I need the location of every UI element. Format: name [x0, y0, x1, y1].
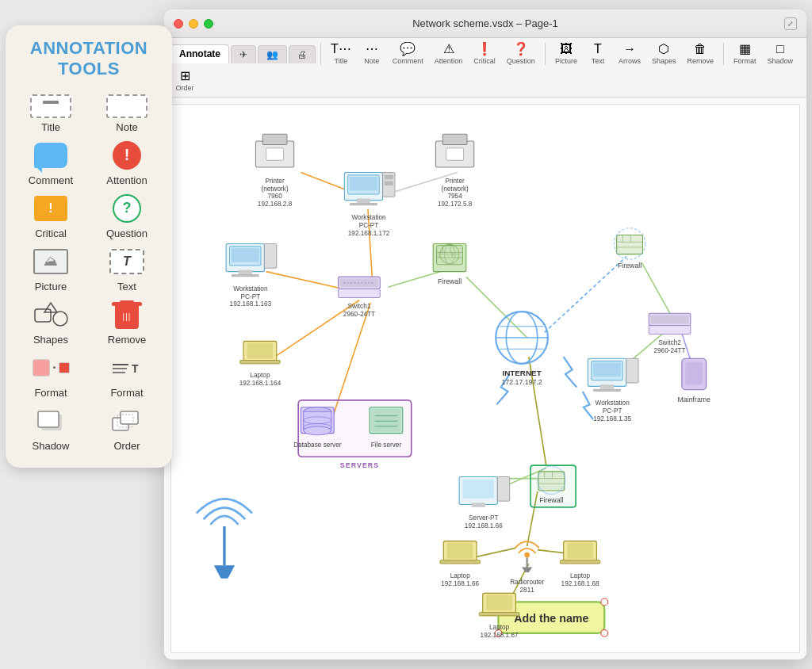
svg-text:Server-PT: Server-PT	[469, 514, 498, 522]
svg-line-16	[275, 300, 359, 357]
tool-order[interactable]: Order	[93, 405, 161, 452]
svg-line-26	[477, 548, 515, 556]
toolbar-btn-critical[interactable]: ❗ Critical	[469, 41, 500, 67]
svg-point-133	[304, 426, 331, 435]
toolbar-shapes-icon: ⬡	[658, 43, 669, 55]
svg-point-38	[601, 629, 608, 637]
maximize-button[interactable]	[204, 19, 213, 29]
svg-text:2960-24TT: 2960-24TT	[343, 311, 375, 318]
toolbar-btn-shadow[interactable]: □ Shadow	[762, 41, 798, 67]
svg-text:Workstation: Workstation	[596, 400, 630, 407]
tab-pin[interactable]: ✈	[231, 45, 256, 63]
toolbar-question-label: Question	[507, 57, 535, 65]
expand-button[interactable]: ⤢	[784, 17, 797, 30]
svg-text:File server: File server	[371, 442, 402, 449]
svg-rect-42	[266, 148, 284, 160]
toolbar-btn-picture[interactable]: 🖼 Picture	[550, 41, 582, 67]
tool-format-color[interactable]: Format	[17, 352, 85, 399]
toolbar-format1-label: Format	[733, 57, 756, 65]
svg-rect-41	[262, 134, 287, 144]
toolbar-text-icon: T	[594, 43, 602, 55]
tool-note[interactable]: Note	[93, 94, 161, 133]
outer-container: ANNOTATIONTOOLS Title	[6, 10, 806, 659]
canvas-inner[interactable]: SERVERS Add the name	[170, 104, 800, 653]
tool-attention[interactable]: ! Attention	[93, 140, 161, 186]
tool-question[interactable]: ? Question	[93, 193, 161, 239]
svg-text:Firewall: Firewall	[618, 262, 642, 270]
svg-rect-125	[240, 360, 280, 363]
svg-text:SERVERS: SERVERS	[340, 461, 379, 469]
toolbar-btn-format1[interactable]: ▦ Format	[729, 41, 761, 67]
svg-text:192.168.1.163: 192.168.1.163	[230, 300, 272, 308]
text-icon: T	[106, 246, 147, 277]
svg-rect-171	[479, 613, 519, 616]
svg-text:Printer: Printer	[265, 178, 284, 185]
annotation-panel: ANNOTATIONTOOLS Title	[6, 25, 172, 468]
toolbar-btn-text[interactable]: T Text	[584, 41, 612, 67]
toolbar-question-icon: ❓	[513, 43, 529, 55]
svg-text:T: T	[132, 362, 139, 375]
picture-tool-label: Picture	[35, 281, 67, 292]
svg-rect-49	[350, 177, 377, 191]
tool-comment[interactable]: Comment	[17, 140, 85, 186]
tool-shapes[interactable]: Shapes	[17, 299, 85, 346]
svg-text:2960-24TT: 2960-24TT	[653, 347, 685, 354]
toolbar-btn-title[interactable]: T⋯ Title	[326, 41, 356, 67]
tools-grid: Title Note	[17, 94, 161, 452]
toolbar-btn-question[interactable]: ❓ Question	[502, 41, 540, 67]
svg-rect-53	[385, 175, 393, 179]
toolbar-btn-comment[interactable]: 💬 Comment	[388, 41, 428, 67]
traffic-lights	[174, 19, 213, 29]
toolbar-btn-shapes[interactable]: ⬡ Shapes	[647, 41, 681, 67]
tab-annotate[interactable]: Annotate	[170, 44, 229, 63]
svg-rect-124	[247, 343, 273, 359]
tool-remove[interactable]: ||| Remove	[93, 299, 161, 346]
close-button[interactable]	[174, 19, 183, 29]
toolbar-remove-label: Remove	[687, 57, 714, 65]
svg-marker-161	[522, 568, 532, 573]
svg-text:Add the name: Add the name	[514, 612, 588, 625]
svg-text:192.168.1.66: 192.168.1.66	[465, 522, 503, 529]
toolbar-remove-icon: 🗑	[694, 43, 707, 55]
toolbar-arrows-label: Arrows	[619, 57, 641, 65]
tab-print[interactable]: 🖨	[289, 45, 316, 63]
svg-text:192.168.1.67: 192.168.1.67	[481, 632, 519, 639]
shadow-icon	[30, 405, 71, 437]
question-icon: ?	[106, 193, 147, 224]
comment-tool-label: Comment	[29, 174, 73, 186]
svg-rect-142	[462, 480, 493, 499]
toolbar-shadow-icon: □	[776, 43, 784, 55]
shapes-tool-label: Shapes	[33, 334, 68, 346]
svg-text:7954: 7954	[447, 193, 462, 200]
svg-text:PC-PT: PC-PT	[359, 222, 379, 229]
shapes-icon	[30, 299, 71, 331]
tool-title[interactable]: Title	[17, 94, 85, 133]
svg-rect-136	[371, 409, 400, 432]
tool-critical[interactable]: ! Critical	[17, 193, 85, 239]
toolbar-btn-order[interactable]: ⊞ Order	[170, 68, 199, 94]
tool-format-text[interactable]: T Format	[93, 352, 161, 399]
panel-title: ANNOTATIONTOOLS	[17, 38, 161, 80]
tool-picture[interactable]: ⛰ Picture	[17, 246, 85, 292]
toolbar-btn-arrows[interactable]: → Arrows	[614, 41, 645, 67]
toolbar-shapes-label: Shapes	[652, 57, 676, 65]
tool-text[interactable]: T Text	[93, 246, 161, 292]
svg-text:192.168.1.164: 192.168.1.164	[239, 380, 282, 387]
minimize-button[interactable]	[189, 19, 198, 29]
svg-rect-114	[600, 384, 615, 388]
svg-text:Laptop: Laptop	[570, 572, 591, 579]
svg-rect-60	[446, 148, 464, 160]
svg-rect-170	[486, 595, 512, 611]
canvas-area[interactable]: SERVERS Add the name	[164, 97, 806, 659]
tool-shadow[interactable]: Shadow	[17, 405, 85, 452]
svg-rect-107	[650, 315, 688, 323]
order-tool-label: Order	[113, 440, 140, 452]
svg-text:192.172.5.8: 192.172.5.8	[438, 201, 473, 208]
toolbar-btn-note[interactable]: ⋯ Note	[358, 41, 386, 67]
question-tool-label: Question	[106, 227, 147, 239]
toolbar-btn-remove[interactable]: 🗑 Remove	[682, 41, 718, 67]
tab-user[interactable]: 👥	[258, 45, 287, 63]
toolbar-btn-attention[interactable]: ⚠ Attention	[430, 41, 468, 67]
toolbar-attention-icon: ⚠	[443, 43, 454, 55]
svg-rect-121	[685, 362, 703, 385]
